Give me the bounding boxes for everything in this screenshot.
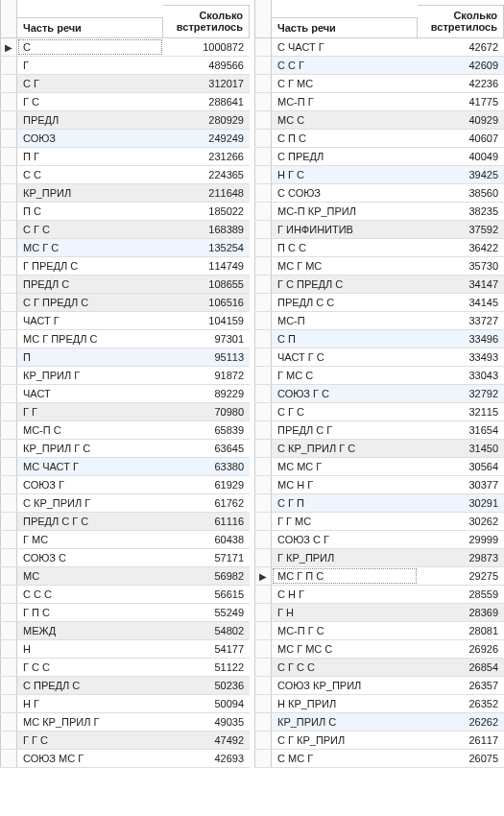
cell-count[interactable]: 40049 xyxy=(418,148,504,165)
cell-part-of-speech[interactable]: П Г xyxy=(17,148,163,165)
cell-count[interactable]: 38235 xyxy=(418,203,504,220)
table-row[interactable]: МС Г С135254 xyxy=(0,239,250,257)
cell-part-of-speech[interactable]: С КР_ПРИЛ Г С xyxy=(272,440,418,457)
cell-count[interactable]: 34147 xyxy=(418,276,504,293)
cell-part-of-speech[interactable]: МС Н Г xyxy=(272,476,418,493)
cell-part-of-speech[interactable]: МЕЖД xyxy=(17,622,163,639)
cell-part-of-speech[interactable]: СОЮЗ С xyxy=(17,549,163,566)
cell-part-of-speech[interactable]: Г МС С xyxy=(272,367,418,384)
table-row[interactable]: ЧАСТ Г104159 xyxy=(0,312,250,330)
cell-part-of-speech[interactable]: СОЮЗ xyxy=(17,130,163,147)
cell-count[interactable]: 34145 xyxy=(418,294,504,311)
cell-part-of-speech[interactable]: СОЮЗ Г xyxy=(17,476,163,493)
table-row[interactable]: П С С36422 xyxy=(254,239,504,257)
table-row[interactable]: С С224365 xyxy=(0,166,250,184)
table-row[interactable]: Г Н28369 xyxy=(254,604,504,622)
table-row[interactable]: ПРЕДЛ С Г31654 xyxy=(254,421,504,440)
cell-count[interactable]: 33496 xyxy=(418,330,504,348)
cell-part-of-speech[interactable]: С Г МС xyxy=(272,75,418,92)
table-row[interactable]: Н Г50094 xyxy=(0,695,250,713)
column-header-part-of-speech[interactable]: Часть речи xyxy=(272,17,418,37)
cell-part-of-speech[interactable]: МС Г ПРЕДЛ С xyxy=(17,330,163,348)
cell-part-of-speech[interactable]: С Г КР_ПРИЛ xyxy=(272,732,418,749)
cell-part-of-speech[interactable]: Г С ПРЕДЛ С xyxy=(272,276,418,293)
cell-part-of-speech[interactable]: ЧАСТ xyxy=(17,385,163,402)
cell-part-of-speech[interactable]: С С xyxy=(17,166,163,183)
table-row[interactable]: Г Г МС30262 xyxy=(254,513,504,531)
cell-count[interactable]: 312017 xyxy=(163,75,250,92)
cell-part-of-speech[interactable]: Г С xyxy=(17,93,163,110)
cell-part-of-speech[interactable]: С П xyxy=(272,330,418,348)
cell-count[interactable]: 50236 xyxy=(163,677,250,694)
table-row[interactable]: МС С40929 xyxy=(254,111,504,130)
cell-count[interactable]: 280929 xyxy=(163,111,250,129)
cell-count[interactable]: 26854 xyxy=(418,659,504,676)
cell-count[interactable]: 60438 xyxy=(163,531,250,548)
cell-count[interactable]: 63645 xyxy=(163,440,250,457)
table-row[interactable]: С П33496 xyxy=(254,330,504,348)
cell-count[interactable]: 26352 xyxy=(418,695,504,712)
cell-count[interactable]: 29999 xyxy=(418,531,504,548)
cell-count[interactable]: 231266 xyxy=(163,148,250,165)
cell-count[interactable]: 42672 xyxy=(418,38,504,56)
cell-count[interactable]: 70980 xyxy=(163,403,250,420)
cell-part-of-speech[interactable]: С СОЮЗ xyxy=(272,184,418,202)
table-row[interactable]: СОЮЗ КР_ПРИЛ26357 xyxy=(254,677,504,695)
cell-count[interactable]: 89229 xyxy=(163,385,250,402)
table-row[interactable]: Г Г70980 xyxy=(0,403,250,421)
cell-count[interactable]: 40929 xyxy=(418,111,504,129)
cell-part-of-speech[interactable]: ПРЕДЛ С xyxy=(17,276,163,293)
column-header-part-of-speech[interactable]: Часть речи xyxy=(17,17,163,37)
table-row[interactable]: ПРЕДЛ С С34145 xyxy=(254,294,504,312)
cell-part-of-speech[interactable]: С П С xyxy=(272,130,418,147)
table-row[interactable]: КР_ПРИЛ С26262 xyxy=(254,713,504,732)
table-row[interactable]: КР_ПРИЛ211648 xyxy=(0,184,250,203)
cell-part-of-speech[interactable]: С КР_ПРИЛ Г xyxy=(17,494,163,512)
cell-count[interactable]: 42236 xyxy=(418,75,504,92)
cell-part-of-speech[interactable]: СОЮЗ С Г xyxy=(272,531,418,548)
table-row[interactable]: С Г П30291 xyxy=(254,494,504,513)
cell-part-of-speech[interactable]: С Н Г xyxy=(272,586,418,603)
column-header-count[interactable]: Сколько встретилось xyxy=(163,5,250,37)
cell-part-of-speech[interactable]: МС-П Г xyxy=(272,93,418,110)
table-row[interactable]: Г489566 xyxy=(0,57,250,75)
cell-count[interactable]: 32115 xyxy=(418,403,504,420)
cell-count[interactable]: 185022 xyxy=(163,203,250,220)
cell-count[interactable]: 39425 xyxy=(418,166,504,183)
table-row[interactable]: Г С С51122 xyxy=(0,659,250,677)
cell-part-of-speech[interactable]: С Г ПРЕДЛ С xyxy=(17,294,163,311)
cell-count[interactable]: 32792 xyxy=(418,385,504,402)
cell-part-of-speech[interactable]: Г Г С xyxy=(17,732,163,749)
table-row[interactable]: СОЮЗ Г61929 xyxy=(0,476,250,494)
cell-part-of-speech[interactable]: ПРЕДЛ С Г С xyxy=(17,513,163,530)
cell-count[interactable]: 54802 xyxy=(163,622,250,639)
table-row[interactable]: Н54177 xyxy=(0,640,250,659)
table-row[interactable]: ПРЕДЛ С108655 xyxy=(0,276,250,294)
cell-count[interactable]: 168389 xyxy=(163,221,250,238)
cell-part-of-speech[interactable]: С Г П xyxy=(272,494,418,512)
table-row[interactable]: П95113 xyxy=(0,348,250,367)
table-row[interactable]: МС56982 xyxy=(0,567,250,586)
cell-count[interactable]: 97301 xyxy=(163,330,250,348)
table-row[interactable]: МС Г МС С26926 xyxy=(254,640,504,659)
cell-part-of-speech[interactable]: МС Г П С xyxy=(272,567,418,585)
cell-count[interactable]: 30564 xyxy=(418,458,504,475)
cell-count[interactable]: 42609 xyxy=(418,57,504,74)
table-row[interactable]: П С185022 xyxy=(0,203,250,221)
cell-part-of-speech[interactable]: С Г С xyxy=(272,403,418,420)
table-row[interactable]: Г МС60438 xyxy=(0,531,250,549)
cell-count[interactable]: 28559 xyxy=(418,586,504,603)
cell-part-of-speech[interactable]: Г КР_ПРИЛ xyxy=(272,549,418,566)
cell-part-of-speech[interactable]: П xyxy=(17,348,163,366)
cell-part-of-speech[interactable]: СОЮЗ Г С xyxy=(272,385,418,402)
cell-part-of-speech[interactable]: МС С xyxy=(272,111,418,129)
table-row[interactable]: МС-П Г С28081 xyxy=(254,622,504,640)
table-row[interactable]: С С Г42609 xyxy=(254,57,504,75)
cell-count[interactable]: 56615 xyxy=(163,586,250,603)
cell-part-of-speech[interactable]: Н xyxy=(17,640,163,658)
cell-part-of-speech[interactable]: Г С С xyxy=(17,659,163,676)
cell-part-of-speech[interactable]: П С xyxy=(17,203,163,220)
cell-count[interactable]: 61116 xyxy=(163,513,250,530)
cell-part-of-speech[interactable]: С ЧАСТ Г xyxy=(272,38,418,56)
cell-part-of-speech[interactable]: ЧАСТ Г xyxy=(17,312,163,329)
